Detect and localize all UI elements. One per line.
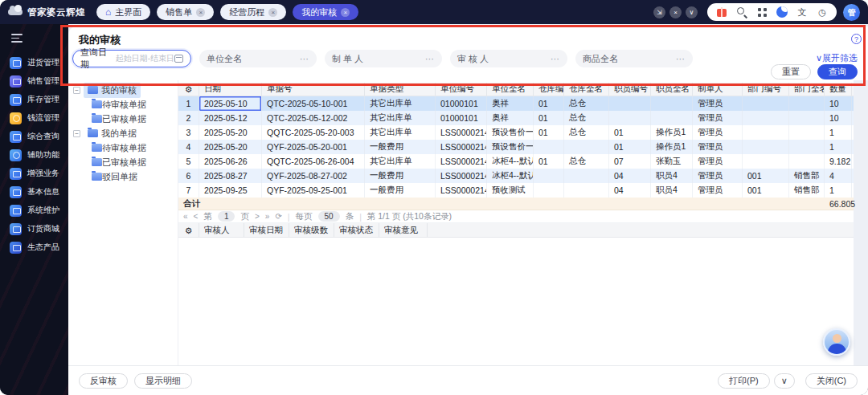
sidebar-item-enhance[interactable]: 增强业务	[0, 165, 68, 183]
sidebar-item-inventory[interactable]: 库存管理	[0, 91, 68, 109]
moon-icon[interactable]	[776, 6, 788, 18]
prev-page-button[interactable]: <	[194, 212, 199, 221]
audit-column-header-审核意见[interactable]: 审核意见	[379, 223, 428, 237]
first-page-button[interactable]: «	[183, 212, 188, 221]
mall-icon	[10, 223, 22, 235]
column-header-数量[interactable]: 数量	[825, 83, 852, 96]
audit-column-header-审核状态[interactable]: 审核状态	[334, 223, 379, 237]
gear-icon[interactable]: ⚙	[178, 83, 199, 96]
ellipsis-icon[interactable]: ⋯	[551, 54, 560, 64]
tree-node-驳回单据[interactable]: 驳回单据	[68, 169, 178, 184]
close-icon[interactable]: ×	[196, 8, 205, 17]
row-index: 3	[178, 125, 199, 140]
column-header-仓库全名[interactable]: 仓库全名	[564, 83, 609, 96]
column-header-单据号[interactable]: 单据号	[262, 83, 365, 96]
tab-我的审核[interactable]: 我的审核×	[293, 4, 358, 20]
sidebar-item-mall[interactable]: 订货商城	[0, 220, 68, 238]
close-button[interactable]: 关闭(C)	[805, 373, 858, 389]
sidebar-item-cash[interactable]: 钱流管理	[0, 109, 68, 128]
ellipsis-icon[interactable]: ⋯	[425, 54, 435, 64]
column-header-单据类型[interactable]: 单据类型	[365, 83, 436, 96]
collapse-icon[interactable]: −	[73, 130, 80, 137]
tree-node-我的单据[interactable]: −我的单据	[68, 126, 178, 140]
audit-column-header-审核人[interactable]: 审核人	[199, 223, 244, 237]
tab-经营历程[interactable]: 经营历程×	[220, 4, 286, 20]
table-row[interactable]: 12025-05-10QTC-2025-05-10-001其它出库单010001…	[178, 96, 854, 111]
tab-主界面[interactable]: ⌂主界面	[96, 4, 150, 20]
column-header-部门编号[interactable]: 部门编号	[743, 83, 789, 96]
table-row[interactable]: 22025-05-12QTC-2025-05-12-002其它出库单010001…	[178, 111, 854, 125]
audit-column-header-审核日期[interactable]: 审核日期	[244, 223, 289, 237]
anti-audit-button[interactable]: 反审核	[79, 373, 128, 389]
reset-button[interactable]: 重置	[771, 64, 811, 79]
collapse-icon[interactable]: ∨	[686, 6, 698, 18]
help-icon[interactable]: ?	[851, 34, 862, 44]
sidebar-item-maintain[interactable]: 系统维护	[0, 202, 68, 220]
product-name-input[interactable]: 商品全名 ⋯	[575, 50, 693, 67]
next-page-button[interactable]: >	[255, 212, 260, 221]
table-row[interactable]: 42025-05-20QYF-2025-05-20-001一般费用LSS0000…	[178, 140, 854, 154]
tree-node-待审核单据[interactable]: 待审核单据	[68, 97, 178, 112]
gift-icon[interactable]	[716, 6, 727, 18]
show-detail-button[interactable]: 显示明细	[134, 373, 192, 389]
tab-销售单[interactable]: 销售单×	[157, 4, 214, 20]
history-icon[interactable]: ◷	[817, 6, 828, 18]
cell	[789, 140, 825, 154]
collapse-icon[interactable]: −	[73, 87, 80, 94]
table-row[interactable]: 72025-09-25QYF-2025-09-25-001一般费用LSS0000…	[178, 183, 854, 198]
search-button[interactable]: 查询	[817, 64, 858, 79]
cell: 其它出库单	[365, 154, 436, 169]
sidebar-item-eco[interactable]: 生态产品	[0, 238, 68, 257]
apps-icon[interactable]	[756, 6, 768, 18]
search-icon[interactable]	[736, 6, 747, 18]
last-page-button[interactable]: »	[265, 212, 270, 221]
ellipsis-icon[interactable]: ⋯	[300, 54, 309, 64]
table-row[interactable]: 62025-08-27QYF-2025-08-27-002一般费用LSS0000…	[178, 169, 854, 183]
calendar-icon[interactable]	[174, 55, 183, 63]
column-header-仓库编号[interactable]: 仓库编号	[534, 83, 564, 96]
tree-node-待审核单据[interactable]: 待审核单据	[68, 140, 178, 155]
table-row[interactable]: 52025-06-26QQTC-2025-06-26-004其它出库单LSS00…	[178, 154, 854, 169]
close-icon[interactable]: ×	[669, 6, 682, 18]
cell: 01	[609, 140, 651, 154]
sidebar-item-assist[interactable]: 辅助功能	[0, 146, 68, 165]
column-header-日期[interactable]: 日期	[199, 83, 262, 96]
column-header-职员全名[interactable]: 职员全名	[651, 83, 693, 96]
column-header-职员编号[interactable]: 职员编号	[609, 83, 651, 96]
page-number-input[interactable]: 1	[218, 211, 235, 222]
sidebar-item-query[interactable]: 综合查询	[0, 128, 68, 146]
tree-node-我的审核[interactable]: −我的审核	[68, 83, 178, 97]
sidebar-item-purchase[interactable]: 进货管理	[0, 54, 68, 72]
tree-node-已审核单据[interactable]: 已审核单据	[68, 112, 178, 126]
per-page-input[interactable]: 50	[318, 211, 340, 222]
expand-icon[interactable]: ⇲	[653, 6, 665, 18]
page-title: 我的审核	[79, 33, 121, 47]
column-header-部门全名[interactable]: 部门全名	[789, 83, 825, 96]
tab-label: 经营历程	[229, 6, 264, 18]
ellipsis-icon[interactable]: ⋯	[676, 54, 686, 64]
topbar-avatar[interactable]: 管	[843, 4, 860, 21]
sidebar-item-sales[interactable]: 销售管理	[0, 72, 68, 91]
close-icon[interactable]: ×	[341, 8, 350, 17]
unit-name-input[interactable]: 单位全名 ⋯	[199, 50, 317, 67]
tree-node-已审核单据[interactable]: 已审核单据	[68, 155, 178, 169]
audit-column-header-审核级数[interactable]: 审核级数	[289, 223, 334, 237]
auditor-input[interactable]: 审 核 人 ⋯	[450, 50, 567, 67]
gear-icon[interactable]: ⚙	[178, 223, 199, 237]
print-button[interactable]: 打印(P)	[718, 373, 770, 389]
date-range-input[interactable]: 查询日期 起始日期-结束日期	[72, 50, 191, 67]
column-header-单位全名[interactable]: 单位全名	[487, 83, 534, 96]
menu-toggle-icon[interactable]	[11, 34, 23, 43]
expand-filter-link[interactable]: ∨展开筛选	[816, 52, 858, 64]
tab-label: 我的审核	[301, 6, 337, 18]
column-header-制单人[interactable]: 制单人	[693, 83, 743, 96]
close-icon[interactable]: ×	[268, 8, 277, 17]
column-header-单位编号[interactable]: 单位编号	[436, 83, 487, 96]
language-icon[interactable]: 文	[796, 6, 808, 18]
sidebar-item-info[interactable]: 基本信息	[0, 183, 68, 202]
creator-input[interactable]: 制 单 人 ⋯	[325, 50, 442, 67]
table-row[interactable]: 32025-05-20QQTC-2025-05-20-003其它出库单LSS00…	[178, 125, 854, 140]
user-avatar[interactable]	[823, 328, 850, 356]
refresh-icon[interactable]: ⟳	[275, 212, 281, 221]
print-dropdown-button[interactable]: ∨	[774, 373, 795, 389]
